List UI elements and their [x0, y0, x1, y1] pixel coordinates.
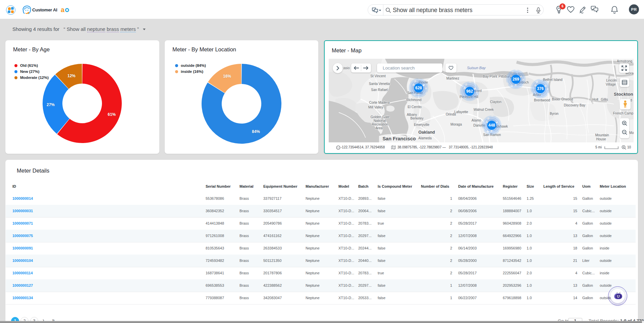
svg-text:Recreation: Recreation — [372, 123, 388, 126]
svg-text:962: 962 — [466, 89, 473, 94]
svg-text:Golden Gate: Golden Gate — [371, 115, 390, 119]
svg-text:Martinez: Martinez — [446, 77, 459, 80]
svg-text:448: 448 — [488, 123, 495, 128]
svg-text:El Cerrito: El Cerrito — [408, 105, 422, 109]
svg-text:Holt: Holt — [592, 98, 598, 101]
svg-text:Corte Madera: Corte Madera — [369, 101, 390, 104]
svg-text:Mountain: Mountain — [595, 133, 609, 137]
svg-text:Santa Venetia: Santa Venetia — [369, 82, 390, 86]
svg-text:376: 376 — [537, 86, 544, 91]
svg-text:Suisun Bay: Suisun Bay — [467, 66, 486, 70]
svg-text:Gillis: Gillis — [601, 98, 608, 101]
svg-text:Byron: Byron — [550, 112, 558, 116]
svg-text:Clayton: Clayton — [490, 100, 501, 104]
svg-text:Emeryville: Emeryville — [414, 123, 430, 127]
svg-text:Discovery Bay: Discovery Bay — [564, 103, 585, 107]
svg-text:628: 628 — [415, 86, 422, 90]
svg-text:Area: Area — [375, 126, 383, 130]
svg-text:Walnut Creek: Walnut Creek — [474, 108, 494, 111]
svg-text:Village: Village — [606, 83, 616, 86]
svg-text:Armstrong: Armstrong — [617, 59, 632, 63]
svg-text:Lafayette: Lafayette — [454, 110, 468, 114]
svg-text:Bixler Orwood: Bixler Orwood — [552, 97, 573, 101]
svg-text:Alamo: Alamo — [472, 119, 481, 122]
svg-text:Oakland: Oakland — [418, 130, 435, 135]
svg-text:Bay Point: Bay Point — [483, 75, 497, 78]
svg-text:National: National — [374, 119, 386, 123]
svg-text:San Rafael: San Rafael — [371, 88, 387, 92]
svg-text:Alameda: Alameda — [418, 136, 432, 140]
svg-text:269: 269 — [513, 77, 519, 82]
svg-text:Berkeley: Berkeley — [411, 117, 424, 120]
svg-text:Richmond: Richmond — [406, 98, 421, 102]
svg-text:House: House — [596, 137, 606, 141]
svg-text:Brentwood: Brentwood — [534, 98, 550, 102]
svg-text:Lincoln: Lincoln — [606, 79, 617, 82]
svg-text:Moraga: Moraga — [450, 123, 462, 126]
svg-text:Mill Valley: Mill Valley — [368, 105, 383, 109]
svg-text:French Camp: French Camp — [613, 111, 634, 115]
svg-text:St Vincent: St Vincent — [370, 74, 386, 78]
svg-text:Albany: Albany — [407, 113, 417, 117]
svg-text:Stockton: Stockton — [614, 92, 633, 97]
svg-text:San Francisco: San Francisco — [382, 136, 416, 141]
svg-text:Ma: Ma — [629, 131, 634, 135]
svg-text:Orinda: Orinda — [446, 112, 456, 116]
